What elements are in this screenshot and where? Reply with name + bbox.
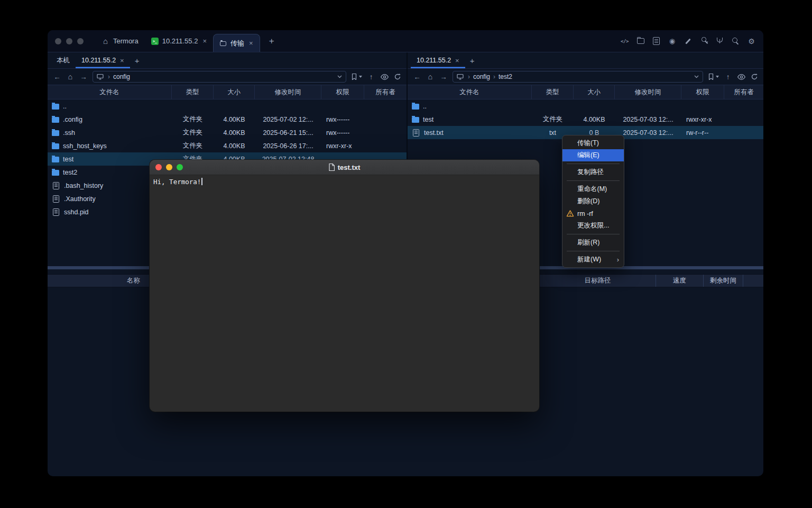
home-button[interactable] bbox=[426, 72, 435, 81]
context-menu-item[interactable]: 刷新(R) bbox=[562, 237, 624, 249]
bookmark-button[interactable] bbox=[708, 73, 719, 80]
transfer-col-speed[interactable]: 速度 bbox=[656, 275, 704, 287]
transfer-col-target[interactable]: 目标路径 bbox=[540, 275, 656, 287]
minimize-window-button[interactable] bbox=[166, 164, 172, 170]
show-hidden-files-toggle[interactable] bbox=[380, 74, 389, 80]
pane-tab[interactable]: 本机 bbox=[51, 52, 76, 68]
file-row[interactable]: ssh_host_keys 文件夹 4.00KB 2025-06-26 17:.… bbox=[48, 139, 407, 152]
path-breadcrumb[interactable]: configtest2 bbox=[453, 71, 703, 83]
computer-icon bbox=[97, 74, 104, 80]
context-menu-item[interactable]: 编辑(E) bbox=[562, 149, 624, 161]
record-icon[interactable] bbox=[668, 37, 677, 46]
close-tab-icon[interactable] bbox=[202, 38, 207, 44]
chevron-down-icon[interactable] bbox=[337, 75, 342, 78]
column-header[interactable]: 权限 bbox=[321, 85, 364, 99]
titlebar-tab[interactable]: 传输 bbox=[213, 34, 260, 52]
home-button[interactable] bbox=[66, 72, 75, 81]
menu-item-label: 编辑(E) bbox=[577, 151, 599, 160]
key-icon[interactable] bbox=[699, 37, 708, 46]
close-tab-icon[interactable] bbox=[120, 57, 124, 64]
branch-icon[interactable] bbox=[715, 37, 724, 46]
file-row[interactable]: .. bbox=[408, 99, 763, 113]
forward-button[interactable] bbox=[439, 73, 448, 81]
column-header[interactable]: 修改时间 bbox=[615, 85, 681, 99]
editor-content[interactable]: Hi, Termora! bbox=[150, 175, 539, 188]
column-header[interactable]: 权限 bbox=[681, 85, 724, 99]
column-header[interactable]: 类型 bbox=[172, 85, 214, 99]
context-menu-item[interactable]: 传输(T) bbox=[562, 137, 624, 149]
minimize-window-button[interactable] bbox=[66, 38, 72, 44]
close-tab-icon[interactable] bbox=[455, 57, 459, 64]
bookmark-button[interactable] bbox=[351, 73, 362, 80]
titlebar-tab[interactable]: 10.211.55.2 bbox=[145, 30, 213, 52]
path-segment[interactable]: config bbox=[105, 73, 130, 80]
close-window-button[interactable] bbox=[155, 164, 162, 170]
column-header[interactable]: 文件名 bbox=[48, 85, 172, 99]
pane-new-tab-button[interactable] bbox=[465, 56, 479, 65]
file-type-icon bbox=[52, 143, 59, 149]
context-menu-item[interactable]: 新建(W) bbox=[562, 253, 624, 266]
settings-icon[interactable] bbox=[747, 37, 756, 46]
titlebar-tabs: Termora 10.211.55.2 传输 bbox=[95, 30, 260, 52]
context-menu-item[interactable]: rm -rf bbox=[562, 207, 624, 220]
folder-icon[interactable] bbox=[636, 37, 645, 46]
context-menu-item[interactable] bbox=[567, 180, 620, 181]
show-hidden-files-toggle[interactable] bbox=[737, 74, 746, 80]
context-menu-item[interactable]: 复制路径 bbox=[562, 166, 624, 178]
upload-button[interactable] bbox=[724, 73, 732, 81]
file-name: ssh_host_keys bbox=[63, 142, 107, 150]
pane-new-tab-button[interactable] bbox=[130, 56, 144, 65]
context-menu-item[interactable] bbox=[567, 164, 620, 164]
zoom-window-button[interactable] bbox=[177, 164, 183, 170]
edit-icon[interactable] bbox=[684, 37, 693, 46]
path-breadcrumb[interactable]: config bbox=[93, 71, 346, 83]
context-menu-item[interactable]: 删除(D) bbox=[562, 195, 624, 207]
refresh-button[interactable] bbox=[751, 73, 758, 80]
column-header[interactable]: 大小 bbox=[214, 85, 255, 99]
file-row[interactable]: .ssh 文件夹 4.00KB 2025-06-21 15:... rwx---… bbox=[48, 126, 407, 139]
column-header[interactable]: 所有者 bbox=[364, 85, 407, 99]
log-icon[interactable] bbox=[652, 37, 661, 46]
column-header[interactable]: 类型 bbox=[532, 85, 574, 99]
code-icon[interactable] bbox=[620, 37, 629, 46]
tab-icon bbox=[220, 40, 227, 47]
titlebar-tab[interactable]: Termora bbox=[95, 30, 145, 52]
upload-button[interactable] bbox=[367, 73, 375, 81]
path-segment[interactable]: test2 bbox=[490, 73, 512, 80]
new-tab-button[interactable] bbox=[266, 36, 277, 47]
chevron-down-icon[interactable] bbox=[694, 75, 699, 78]
context-menu-item[interactable] bbox=[567, 234, 620, 234]
zoom-window-button[interactable] bbox=[77, 38, 84, 44]
computer-icon bbox=[457, 74, 464, 80]
menu-item-label: 传输(T) bbox=[577, 139, 599, 148]
column-header[interactable]: 所有者 bbox=[724, 85, 763, 99]
forward-button[interactable] bbox=[79, 73, 88, 81]
tab-icon bbox=[102, 37, 109, 45]
search-icon[interactable] bbox=[731, 37, 740, 46]
column-header[interactable]: 文件名 bbox=[408, 85, 532, 99]
context-menu-item[interactable]: 更改权限... bbox=[562, 220, 624, 232]
file-row[interactable]: test 文件夹 4.00KB 2025-07-03 12:... rwxr-x… bbox=[408, 113, 763, 126]
pane-tab[interactable]: 10.211.55.2 bbox=[76, 52, 130, 68]
refresh-button[interactable] bbox=[394, 73, 401, 80]
column-header[interactable]: 大小 bbox=[574, 85, 615, 99]
file-size: 4.00KB bbox=[214, 116, 255, 123]
file-row[interactable]: .. bbox=[48, 99, 407, 113]
close-tab-icon[interactable] bbox=[249, 40, 253, 47]
file-name: sshd.pid bbox=[64, 208, 89, 216]
back-button[interactable] bbox=[413, 73, 421, 81]
column-header[interactable]: 修改时间 bbox=[255, 85, 321, 99]
path-segment[interactable]: config bbox=[465, 73, 490, 80]
file-name: test2 bbox=[63, 169, 77, 176]
dropdown-arrow-icon bbox=[716, 76, 719, 78]
file-row[interactable]: .config 文件夹 4.00KB 2025-07-02 12:... rwx… bbox=[48, 113, 407, 126]
pane-tab[interactable]: 10.211.55.2 bbox=[411, 52, 465, 68]
context-menu-item[interactable] bbox=[567, 251, 620, 251]
file-kind: 文件夹 bbox=[172, 115, 214, 124]
close-window-button[interactable] bbox=[55, 38, 61, 44]
back-button[interactable] bbox=[53, 73, 61, 81]
transfer-col-time[interactable]: 剩余时间 bbox=[704, 275, 743, 287]
log-glyph bbox=[653, 37, 660, 45]
context-menu-item[interactable]: 重命名(M) bbox=[562, 183, 624, 195]
file-size: 4.00KB bbox=[574, 116, 615, 123]
